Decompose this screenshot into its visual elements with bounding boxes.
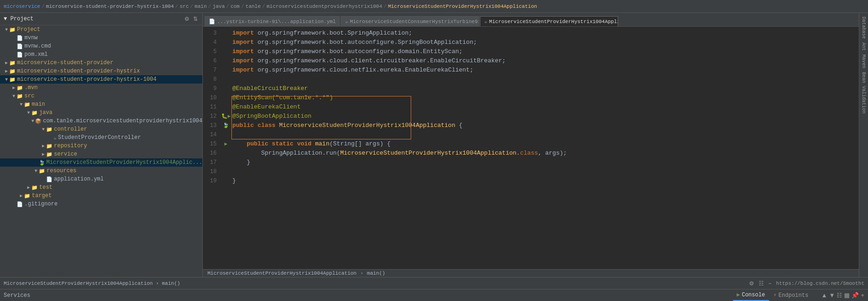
tree-label-13: StudentProviderController <box>58 134 141 141</box>
right-panel-database[interactable]: Database <box>861 17 866 39</box>
tree-item-4[interactable]: ▶📁microservice-student-provider <box>0 59 202 67</box>
tree-item-2[interactable]: 📄mvnw.cmd <box>0 42 202 50</box>
breadcrumb-src[interactable]: src <box>180 4 189 9</box>
code-editor[interactable]: 3import org.springframework.boot.SpringA… <box>203 27 859 269</box>
tab-label-2: MicroserviceStudentProviderHystrix1004Ap… <box>489 19 618 24</box>
editor-method-name: main() <box>367 271 385 276</box>
tree-label-7: .mvn <box>24 84 38 91</box>
line-content-6: import org.springframework.cloud.client.… <box>230 56 859 66</box>
tree-item-6[interactable]: ▼📁microservice-student-provider-hystrix-… <box>0 75 202 84</box>
services-pin-btn[interactable]: 📌 <box>851 292 859 299</box>
tree-icon-18: 📄 <box>46 176 53 182</box>
line-gutter-13: 🍃 <box>221 121 230 130</box>
tree-item-0[interactable]: ▼📁Project <box>0 25 202 34</box>
breadcrumb-bar: microservice / microservice-student-prov… <box>0 0 868 13</box>
tree-item-10[interactable]: ▼📁java <box>0 108 202 117</box>
line-num-15: 15 <box>203 139 221 149</box>
services-filter-btn[interactable]: ▦ <box>844 292 850 299</box>
tree-icon-13: ☕ <box>53 135 57 141</box>
services-group-btn[interactable]: ☷ <box>837 292 842 299</box>
services-label: Services <box>4 292 30 299</box>
line-content-4: import org.springframework.boot.autoconf… <box>230 38 859 47</box>
tree-item-11[interactable]: ▼📦com.tanle.microservicestudentproviderh… <box>0 117 202 125</box>
line-num-14: 14 <box>203 130 221 139</box>
tree-item-20[interactable]: ▶📁target <box>0 192 202 200</box>
status-url: https://blog.csdn.net/Smootht <box>776 281 864 286</box>
right-panel: Database Ant Maven Bean Validation <box>859 13 868 277</box>
breadcrumb-tanle[interactable]: tanle <box>246 4 261 9</box>
tree-item-5[interactable]: ▶📁microservice-student-provider-hystrix <box>0 67 202 75</box>
tree-icon-2: 📄 <box>17 43 23 49</box>
expand-button[interactable]: ⇅ <box>192 15 199 23</box>
code-line-10: 10@EntityScan("com.tanle.*.*") <box>203 93 859 102</box>
tree-item-8[interactable]: ▼📁src <box>0 92 202 100</box>
services-up-btn[interactable]: ▲ <box>821 292 827 299</box>
tree-item-18[interactable]: 📄application.yml <box>0 175 202 183</box>
settings-icon-status[interactable]: ⚙ <box>748 279 755 288</box>
breadcrumb-com[interactable]: com <box>230 4 240 9</box>
split-icon-status[interactable]: ☷ <box>758 279 765 288</box>
right-panel-bean[interactable]: Bean Validation <box>861 72 866 114</box>
tree-arrow-15: ▶ <box>41 151 46 157</box>
tab-console[interactable]: ▶ Console <box>733 289 769 301</box>
right-panel-maven[interactable]: Maven <box>861 54 866 68</box>
editor-breadcrumb: MicroserviceStudentProviderHystrix1004Ap… <box>203 269 859 277</box>
tree-item-7[interactable]: ▶📁.mvn <box>0 84 202 92</box>
tree-item-1[interactable]: 📄mvnw <box>0 34 202 42</box>
tab-endpoints[interactable]: ⚡ Endpoints <box>770 289 812 301</box>
tree-item-12[interactable]: ▼📁controller <box>0 125 202 133</box>
tree-icon-16: 🍃 <box>39 160 45 166</box>
tree-icon-20: 📁 <box>24 193 30 199</box>
line-content-12: @SpringBootApplication <box>230 112 859 121</box>
tree-item-15[interactable]: ▶📁service <box>0 150 202 158</box>
minimize-icon-status[interactable]: − <box>768 279 773 288</box>
line-content-19: } <box>230 176 859 186</box>
tree-item-3[interactable]: 📄pom.xml <box>0 50 202 59</box>
breadcrumb-project[interactable]: microservice <box>4 4 40 9</box>
tree-arrow-17: ▼ <box>33 169 39 174</box>
line-content-13: public class MicroserviceStudentProvider… <box>230 121 859 130</box>
tree-label-16: MicroserviceStudentProviderHystrix1004Ap… <box>47 159 202 166</box>
tree-label-0: Project <box>17 26 40 33</box>
breadcrumb-pkg[interactable]: microservicestudentproviderhystrix1004 <box>266 4 382 9</box>
breadcrumb-java[interactable]: java <box>213 4 224 9</box>
tree-label-11: com.tanle.microservicestudentproviderhys… <box>43 118 202 124</box>
status-class: MicroserviceStudentProviderHystrix1004Ap… <box>4 281 180 286</box>
code-line-8: 8 <box>203 75 859 84</box>
tree-arrow-11: ▼ <box>30 119 35 124</box>
tree-item-16[interactable]: 🍃MicroserviceStudentProviderHystrix1004A… <box>0 158 202 167</box>
code-line-7: 7import org.springframework.cloud.netfli… <box>203 66 859 75</box>
tree-label-3: pom.xml <box>24 51 47 58</box>
tab-icon-0: 📄 <box>209 18 215 24</box>
right-panel-ant[interactable]: Ant <box>861 42 866 51</box>
editor-tab-0[interactable]: 📄...ystrix-turbine-91\...application.yml <box>205 16 340 26</box>
editor-tab-2[interactable]: ☕MicroserviceStudentProviderHystrix1004A… <box>480 16 618 26</box>
tree-item-14[interactable]: ▶📁repository <box>0 142 202 150</box>
breadcrumb-module[interactable]: microservice-student-provider-hystrix-10… <box>46 4 174 9</box>
tree-label-6: microservice-student-provider-hystrix-10… <box>17 76 156 83</box>
line-num-3: 3 <box>203 29 221 38</box>
tree-arrow-20: ▶ <box>18 193 24 199</box>
services-down-btn[interactable]: ▼ <box>829 292 835 299</box>
tree-item-21[interactable]: 📄.gitignore <box>0 200 202 208</box>
line-content-3: import org.springframework.boot.SpringAp… <box>230 29 859 38</box>
settings-button[interactable]: ⚙ <box>183 15 190 23</box>
line-content-7: import org.springframework.cloud.netflix… <box>230 66 859 75</box>
code-line-12: 12🐛▶@SpringBootApplication <box>203 112 859 121</box>
tree-item-13[interactable]: ☕StudentProviderController <box>0 133 202 142</box>
services-add-btn[interactable]: + <box>861 292 864 299</box>
console-icon: ▶ <box>737 291 740 298</box>
tree-label-9: main <box>32 101 45 108</box>
tree-item-19[interactable]: ▶📁test <box>0 183 202 192</box>
breadcrumb-class[interactable]: MicroserviceStudentProviderHystrix1004Ap… <box>388 4 537 9</box>
code-line-19: 19} <box>203 176 859 186</box>
line-num-12: 12 <box>203 112 221 121</box>
line-num-9: 9 <box>203 84 221 93</box>
tree-item-9[interactable]: ▼📁main <box>0 100 202 108</box>
code-line-17: 17 } <box>203 158 859 167</box>
tree-label-4: microservice-student-provider <box>17 60 113 66</box>
editor-tab-1[interactable]: ☕MicroserviceStudentConsumerHystrixTurbi… <box>341 16 479 26</box>
breadcrumb-main[interactable]: main <box>195 4 207 9</box>
line-content-16: SpringApplication.run(MicroserviceStuden… <box>230 149 859 158</box>
tree-item-17[interactable]: ▼📁resources <box>0 167 202 175</box>
